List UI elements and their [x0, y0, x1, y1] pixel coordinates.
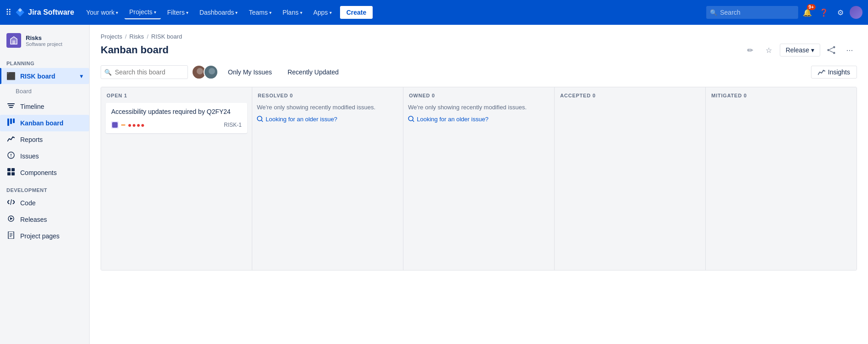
project-icon	[6, 33, 21, 48]
column-open: OPEN 1 Accessibility updates required by…	[101, 87, 252, 270]
svg-rect-30	[112, 122, 118, 128]
insights-button[interactable]: Insights	[811, 66, 857, 79]
chevron-down-icon: ▾	[235, 10, 238, 15]
create-button[interactable]: Create	[340, 6, 373, 19]
priority-icon: ━	[121, 121, 125, 129]
resolved-empty-msg: We're only showing recently modified iss…	[257, 103, 398, 112]
help-icon: ❓	[819, 8, 828, 17]
top-navigation: ⠿ Jira Software Your work ▾ Projects ▾ F…	[0, 0, 868, 25]
nav-plans[interactable]: Plans ▾	[278, 6, 307, 19]
svg-line-24	[829, 48, 833, 50]
issue-card-footer: ━ ●●●● RISK-1	[111, 121, 242, 129]
page-title: Kanban board	[101, 44, 169, 56]
column-resolved: RESOLVED 0 We're only showing recently m…	[252, 87, 403, 270]
page-header-row: Kanban board ✏ ☆ Release ▾ ···	[101, 43, 857, 57]
sidebar-item-project-pages[interactable]: Project pages	[0, 228, 89, 244]
issue-key: RISK-1	[224, 122, 242, 128]
sidebar-item-components[interactable]: Components	[0, 164, 89, 181]
breadcrumb-separator: /	[125, 33, 127, 40]
nav-teams[interactable]: Teams ▾	[244, 6, 276, 19]
nav-your-work[interactable]: Your work ▾	[81, 6, 123, 19]
status-dots: ●●●●	[128, 121, 145, 129]
pencil-button[interactable]: ✏	[743, 43, 758, 57]
star-icon: ☆	[766, 46, 772, 55]
nav-projects[interactable]: Projects ▾	[125, 6, 161, 19]
notification-badge: 9+	[807, 4, 816, 10]
page-layout: Risks Software project PLANNING ⬛ RISK b…	[0, 0, 868, 344]
kanban-icon	[6, 118, 16, 128]
share-button[interactable]	[824, 43, 839, 57]
only-my-issues-button[interactable]: Only My Issues	[222, 66, 278, 79]
breadcrumb-projects[interactable]: Projects	[101, 33, 122, 40]
nav-filters[interactable]: Filters ▾	[163, 6, 193, 19]
svg-rect-1	[7, 103, 15, 104]
share-icon	[827, 46, 835, 54]
svg-point-28	[209, 68, 215, 74]
search-input[interactable]	[706, 6, 798, 19]
column-header-accepted: ACCEPTED 0	[559, 93, 701, 98]
sidebar-item-releases[interactable]: Releases	[0, 211, 89, 228]
svg-rect-12	[7, 172, 11, 175]
sidebar-project-type: Software project	[26, 41, 62, 47]
svg-point-26	[197, 68, 203, 74]
sidebar-item-board-sub[interactable]: Board	[9, 84, 89, 98]
column-accepted: ACCEPTED 0	[555, 87, 706, 270]
settings-button[interactable]: ⚙	[833, 5, 848, 20]
release-button[interactable]: Release ▾	[780, 44, 820, 56]
svg-rect-4	[7, 118, 9, 126]
issue-title: Accessibility updates required by Q2FY24	[111, 107, 242, 117]
search-board-input[interactable]	[101, 65, 188, 79]
search-wrap: 🔍	[706, 6, 798, 19]
svg-rect-5	[10, 118, 12, 124]
chevron-down-icon: ▾	[811, 46, 814, 54]
release-label: Release	[786, 46, 809, 54]
components-icon	[6, 168, 16, 177]
svg-marker-16	[10, 217, 13, 220]
sidebar: Risks Software project PLANNING ⬛ RISK b…	[0, 25, 90, 344]
svg-line-34	[413, 120, 414, 122]
column-header-owned: OWNED 0	[408, 93, 550, 98]
app-logo[interactable]: Jira Software	[15, 7, 74, 17]
svg-rect-6	[13, 118, 15, 123]
owned-older-link[interactable]: Looking for an older issue?	[408, 116, 550, 123]
main-content: Projects / Risks / RISK board Kanban boa…	[90, 25, 868, 344]
nav-dashboards[interactable]: Dashboards ▾	[195, 6, 243, 19]
help-button[interactable]: ❓	[817, 5, 831, 20]
sidebar-item-issues[interactable]: Issues	[0, 148, 89, 164]
svg-point-27	[195, 75, 205, 79]
chevron-down-icon: ▾	[154, 10, 156, 15]
sidebar-item-kanban-board[interactable]: Kanban board	[0, 115, 89, 131]
sidebar-item-code[interactable]: Code	[0, 195, 89, 211]
grid-icon[interactable]: ⠿	[6, 7, 11, 17]
owned-empty-msg: We're only showing recently modified iss…	[408, 103, 550, 112]
pages-icon	[6, 231, 16, 241]
svg-point-31	[257, 116, 262, 121]
svg-line-32	[261, 120, 263, 122]
search-icon	[257, 116, 263, 122]
column-header-open: OPEN 1	[106, 93, 247, 98]
sidebar-item-risk-board[interactable]: ⬛ RISK board ▾	[0, 68, 89, 84]
star-button[interactable]: ☆	[761, 43, 776, 57]
nav-apps[interactable]: Apps ▾	[309, 6, 336, 19]
pencil-icon: ✏	[747, 46, 753, 55]
development-section-label: DEVELOPMENT	[0, 181, 89, 195]
avatar-group	[192, 65, 218, 79]
recently-updated-button[interactable]: Recently Updated	[282, 66, 345, 79]
svg-rect-11	[11, 168, 15, 171]
svg-rect-10	[7, 168, 11, 171]
svg-point-9	[11, 157, 11, 158]
timeline-icon	[6, 102, 16, 111]
resolved-older-link[interactable]: Looking for an older issue?	[257, 116, 398, 123]
issue-card-risk1[interactable]: Accessibility updates required by Q2FY24…	[106, 103, 247, 133]
breadcrumb-risks[interactable]: Risks	[130, 33, 144, 40]
board-columns: OPEN 1 Accessibility updates required by…	[101, 87, 857, 271]
issue-type-icon	[111, 121, 119, 129]
sidebar-item-reports[interactable]: Reports	[0, 131, 89, 148]
sidebar-item-timeline[interactable]: Timeline	[0, 98, 89, 115]
notifications-button[interactable]: 🔔 9+	[800, 5, 815, 20]
column-mitigated: MITIGATED 0	[706, 87, 857, 270]
sidebar-project-name: Risks	[26, 34, 62, 41]
more-button[interactable]: ···	[842, 43, 857, 57]
user-avatar[interactable]	[850, 6, 862, 19]
avatar-user2[interactable]	[204, 65, 218, 79]
